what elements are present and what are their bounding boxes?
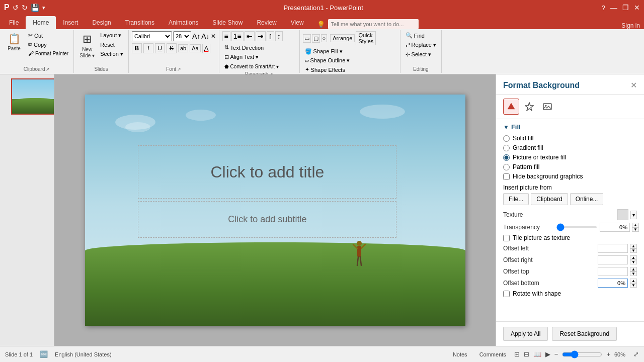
shape-fill-btn[interactable]: 🪣 Shape Fill ▾: [303, 47, 352, 56]
texture-preview[interactable]: [617, 209, 628, 220]
dec-indent-btn[interactable]: ⇤: [245, 31, 255, 41]
arrange-btn[interactable]: Arrange: [330, 34, 355, 42]
zoom-level[interactable]: 60%: [614, 351, 629, 357]
solid-fill-label[interactable]: Solid fill: [513, 135, 533, 142]
notes-button[interactable]: Notes: [449, 350, 471, 358]
offset-left-input[interactable]: 0%: [598, 244, 628, 253]
find-button[interactable]: 🔍 Find: [404, 31, 427, 40]
offset-bottom-up[interactable]: ▲: [630, 279, 637, 283]
undo-btn[interactable]: ↺: [13, 4, 19, 12]
paste-button[interactable]: 📋 Paste: [3, 31, 25, 53]
offset-top-down[interactable]: ▼: [630, 272, 637, 276]
sign-in-btn[interactable]: Sign in: [617, 22, 644, 29]
align-text-btn[interactable]: ⊟ Align Text ▾: [222, 53, 261, 61]
linespace-btn[interactable]: ↕: [275, 31, 283, 41]
apply-to-all-button[interactable]: Apply to All: [503, 327, 548, 341]
online-button[interactable]: Online...: [570, 193, 604, 205]
redo-btn[interactable]: ↻: [22, 4, 28, 12]
gradient-fill-radio[interactable]: [503, 145, 510, 151]
format-painter-button[interactable]: 🖌 Format Painter: [26, 49, 70, 57]
replace-button[interactable]: ⇄ Replace ▾: [404, 41, 438, 49]
tab-view[interactable]: View: [284, 16, 311, 29]
text-shadow-btn[interactable]: ab: [178, 44, 188, 52]
font-expand-icon[interactable]: ↗: [177, 67, 181, 72]
customize-btn[interactable]: ▾: [42, 5, 45, 11]
fit-slide-icon[interactable]: ⤢: [633, 350, 639, 358]
fill-tab-btn[interactable]: [503, 99, 519, 115]
col-btn[interactable]: ⫿: [267, 31, 274, 41]
offset-right-down[interactable]: ▼: [630, 260, 637, 264]
rect-icon[interactable]: ▭: [303, 34, 311, 43]
font-color-btn[interactable]: A: [202, 44, 211, 53]
quick-styles-btn[interactable]: QuickStyles: [356, 31, 376, 45]
close-btn[interactable]: ✕: [634, 4, 640, 12]
tab-animations[interactable]: Animations: [162, 16, 205, 29]
rotate-with-shape-checkbox[interactable]: [503, 291, 510, 297]
tab-review[interactable]: Review: [250, 16, 283, 29]
slide-sorter-icon[interactable]: ⊟: [524, 350, 529, 358]
tab-transitions[interactable]: Transitions: [118, 16, 162, 29]
tab-file[interactable]: File: [2, 16, 26, 29]
bold-button[interactable]: B: [132, 43, 142, 53]
slide-subtitle-placeholder[interactable]: Click to add subtitle: [138, 201, 396, 238]
inc-indent-btn[interactable]: ⇥: [256, 31, 266, 41]
copy-button[interactable]: ⧉ Copy: [26, 40, 70, 49]
numbering-btn[interactable]: 1≡: [231, 31, 244, 41]
ellipse-icon[interactable]: ○: [321, 34, 328, 42]
cut-button[interactable]: ✂ Cut: [26, 31, 70, 40]
pattern-fill-label[interactable]: Pattern fill: [513, 163, 539, 170]
hide-bg-graphics-label[interactable]: Hide background graphics: [513, 173, 583, 180]
language-label[interactable]: English (United States): [55, 351, 112, 357]
help-icon[interactable]: ?: [602, 4, 605, 12]
slide-thumbnail-1[interactable]: [11, 78, 54, 115]
pattern-fill-radio[interactable]: [503, 164, 510, 170]
offset-bottom-input[interactable]: [598, 279, 628, 288]
normal-view-icon[interactable]: ⊞: [514, 350, 520, 358]
offset-right-input[interactable]: 0%: [598, 255, 628, 264]
bullets-btn[interactable]: ≡: [222, 31, 230, 41]
offset-left-down[interactable]: ▼: [630, 248, 637, 253]
picture-texture-fill-radio[interactable]: [503, 154, 510, 161]
text-direction-btn[interactable]: ⇅ Text Direction: [222, 43, 266, 52]
offset-right-up[interactable]: ▲: [630, 255, 637, 260]
offset-top-up[interactable]: ▲: [630, 267, 637, 272]
font-decrease-icon[interactable]: A↓: [201, 32, 209, 40]
font-size-select[interactable]: 28: [173, 31, 191, 41]
reading-view-icon[interactable]: 📖: [533, 350, 541, 358]
select-button[interactable]: ⊹ Select ▾: [404, 50, 434, 59]
tab-design[interactable]: Design: [85, 16, 118, 29]
slideshow-icon[interactable]: ▶: [545, 350, 550, 358]
transparency-slider[interactable]: [556, 226, 597, 228]
section-button[interactable]: Section ▾: [98, 50, 125, 58]
minimize-btn[interactable]: —: [610, 4, 617, 12]
font-family-select[interactable]: Calibri: [132, 31, 172, 41]
italic-button[interactable]: I: [143, 43, 153, 53]
shape-outline-btn[interactable]: ▱ Shape Outline ▾: [303, 56, 352, 65]
new-slide-button[interactable]: ⊞ NewSlide ▾: [77, 31, 97, 60]
offset-top-input[interactable]: 0%: [598, 267, 628, 276]
hide-bg-graphics-checkbox[interactable]: [503, 173, 510, 180]
slide-title-placeholder[interactable]: Click to add title: [138, 145, 396, 199]
offset-bottom-down[interactable]: ▼: [630, 283, 637, 288]
tile-picture-label[interactable]: Tile picture as texture: [513, 234, 570, 241]
tab-insert[interactable]: Insert: [56, 16, 85, 29]
clear-format-icon[interactable]: ✕: [211, 33, 216, 40]
save-btn[interactable]: 💾: [31, 4, 39, 12]
rotate-with-shape-label[interactable]: Rotate with shape: [513, 290, 561, 297]
tab-slideshow[interactable]: Slide Show: [205, 16, 250, 29]
offset-left-up[interactable]: ▲: [630, 244, 637, 248]
tile-picture-checkbox[interactable]: [503, 235, 510, 241]
zoom-in-icon[interactable]: +: [606, 350, 610, 358]
clipboard-button[interactable]: Clipboard: [531, 193, 568, 205]
canvas-area[interactable]: Click to add title Click to add subtitle: [54, 74, 496, 346]
picture-texture-fill-label[interactable]: Picture or texture fill: [513, 154, 566, 161]
clipboard-expand-icon[interactable]: ↗: [46, 67, 50, 72]
transparency-input[interactable]: [600, 223, 630, 232]
convert-smartart-btn[interactable]: ⬟ Convert to SmartArt ▾: [222, 63, 281, 70]
texture-dropdown-icon[interactable]: ▾: [630, 211, 637, 219]
char-spacing-btn[interactable]: Aa: [190, 44, 200, 52]
restore-btn[interactable]: ❐: [622, 4, 629, 12]
fill-section-header[interactable]: ▼ Fill: [503, 123, 637, 131]
panel-close-button[interactable]: ✕: [630, 80, 637, 90]
reset-button[interactable]: Reset: [98, 41, 125, 49]
